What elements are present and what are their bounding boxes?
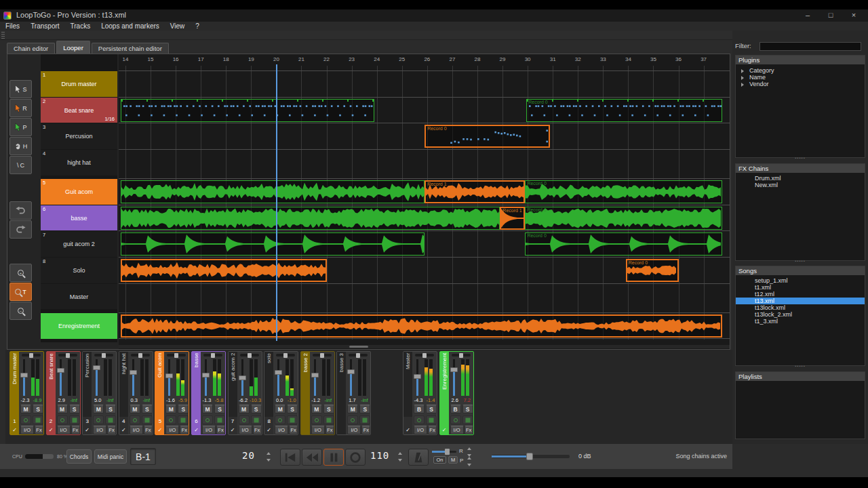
plugin-group-name[interactable]: Name bbox=[736, 74, 865, 81]
monitor-indicator[interactable] bbox=[251, 415, 262, 424]
monitor-indicator[interactable] bbox=[287, 415, 298, 424]
pan-handle[interactable] bbox=[459, 353, 463, 358]
solo-button[interactable]: S bbox=[178, 405, 189, 413]
track-header-guit-acom[interactable]: 5Guit acom bbox=[41, 179, 117, 205]
menu-item-[interactable]: ? bbox=[190, 22, 205, 30]
track-header-drum-master[interactable]: 1Drum master bbox=[41, 71, 117, 97]
monitor-indicator[interactable] bbox=[69, 415, 80, 424]
solo-button[interactable]: S bbox=[214, 405, 225, 413]
strip-select-tab[interactable]: 7✓ bbox=[229, 417, 237, 434]
record-arm-indicator[interactable] bbox=[93, 415, 104, 424]
menu-item-view[interactable]: View bbox=[165, 22, 191, 30]
slider-handle[interactable] bbox=[526, 453, 533, 460]
pan-handle[interactable] bbox=[138, 353, 142, 358]
solo-button[interactable]: S bbox=[462, 405, 473, 413]
pan-handle[interactable] bbox=[283, 353, 288, 358]
undo-button[interactable] bbox=[9, 201, 32, 220]
mute-button[interactable]: M bbox=[311, 405, 322, 413]
expand-arrow-icon[interactable] bbox=[741, 69, 744, 73]
expand-arrow-icon[interactable] bbox=[741, 76, 744, 80]
song-item-t13lock-xml[interactable]: t13lock.xml bbox=[736, 304, 865, 311]
strip-check[interactable]: ✓ bbox=[192, 426, 201, 434]
pause-button[interactable] bbox=[323, 449, 344, 466]
redo-button[interactable] bbox=[9, 220, 32, 239]
record-arm-indicator[interactable] bbox=[130, 415, 140, 424]
solo-button[interactable]: S bbox=[359, 405, 370, 413]
midi-panic-button[interactable]: Midi panic bbox=[94, 449, 127, 464]
fx-button[interactable]: Fx bbox=[253, 426, 262, 434]
hscrollbar-thumb[interactable] bbox=[349, 346, 368, 348]
zoom-time-button[interactable]: T bbox=[9, 283, 32, 301]
pan-handle[interactable] bbox=[248, 353, 252, 358]
clip-basse-2[interactable]: Record 0 bbox=[525, 207, 722, 230]
track-row-guit-acom[interactable]: Record 1Record 0 bbox=[119, 178, 730, 205]
fx-chain-drum-xml[interactable]: Drum.xml bbox=[736, 175, 865, 182]
record-arm-indicator[interactable] bbox=[347, 415, 358, 424]
mute-button[interactable]: M bbox=[239, 405, 250, 413]
monitor-indicator[interactable] bbox=[214, 415, 225, 424]
fader-handle[interactable] bbox=[239, 375, 246, 380]
clip-guit-acom-0[interactable] bbox=[121, 180, 425, 203]
mute-button[interactable]: M bbox=[165, 405, 176, 413]
track-row-drum-master[interactable] bbox=[119, 70, 730, 97]
record-arm-indicator[interactable] bbox=[165, 415, 176, 424]
tab-persistent-chain-editor[interactable]: Persistent chain editor bbox=[92, 43, 169, 54]
pan-handle[interactable] bbox=[422, 353, 427, 358]
maximize-button[interactable]: □ bbox=[819, 9, 842, 22]
strip-check[interactable]: ✓ bbox=[10, 426, 19, 434]
fx-button[interactable]: Fx bbox=[326, 426, 334, 434]
tool-select-button[interactable]: S bbox=[9, 80, 32, 98]
solo-button[interactable]: S bbox=[105, 405, 116, 413]
solo-button[interactable]: S bbox=[69, 405, 80, 413]
fader-handle[interactable] bbox=[57, 368, 64, 373]
fx-button[interactable]: Fx bbox=[180, 426, 189, 434]
clip-basse-0[interactable] bbox=[121, 207, 500, 230]
pan-slider[interactable] bbox=[349, 354, 368, 357]
clip-beat-snare-1[interactable]: Record 0 bbox=[526, 99, 722, 122]
strip-check[interactable]: ✓ bbox=[83, 426, 92, 434]
io-button[interactable]: I/O bbox=[414, 426, 427, 434]
record-arm-indicator[interactable] bbox=[20, 415, 31, 424]
monitor-indicator[interactable] bbox=[178, 415, 189, 424]
fx-button[interactable]: Fx bbox=[361, 426, 370, 434]
strip-select-tab[interactable]: 4✓ bbox=[119, 417, 128, 434]
record-arm-indicator[interactable] bbox=[275, 415, 285, 424]
master-volume-slider[interactable] bbox=[492, 455, 570, 458]
key-display[interactable]: B-1 bbox=[130, 448, 156, 465]
pan-handle[interactable] bbox=[66, 353, 70, 358]
track-header-basse[interactable]: 6basse bbox=[41, 205, 117, 231]
pan-slider[interactable] bbox=[452, 354, 471, 357]
menu-item-files[interactable]: Files bbox=[0, 22, 25, 30]
clip-solo-0[interactable] bbox=[121, 259, 327, 282]
tool-cut-button[interactable]: \C bbox=[9, 156, 32, 174]
mute-button[interactable]: M bbox=[130, 405, 140, 413]
fx-button[interactable]: Fx bbox=[216, 426, 225, 434]
timeline-hscrollbar[interactable] bbox=[119, 345, 730, 348]
io-button[interactable]: I/O bbox=[165, 426, 179, 434]
solo-button[interactable]: S bbox=[323, 405, 334, 413]
strip-select-tab[interactable]: ✓ bbox=[440, 417, 449, 434]
io-button[interactable]: I/O bbox=[239, 426, 252, 434]
solo-button[interactable]: S bbox=[33, 405, 43, 413]
record-arm-indicator[interactable] bbox=[450, 415, 461, 424]
tab-looper[interactable]: Looper bbox=[56, 41, 90, 54]
fader-handle[interactable] bbox=[20, 373, 28, 378]
tempo-spinner[interactable] bbox=[397, 451, 403, 462]
record-arm-indicator[interactable] bbox=[202, 415, 213, 424]
p-spinner[interactable] bbox=[467, 456, 472, 467]
io-button[interactable]: I/O bbox=[450, 426, 464, 434]
solo-button[interactable]: S bbox=[142, 405, 153, 413]
track-row-basse[interactable]: Record 1Record 0 bbox=[119, 205, 730, 231]
menu-item-transport[interactable]: Transport bbox=[25, 22, 64, 30]
track-header-beat-snare[interactable]: 2Beat snare1/16 bbox=[41, 98, 117, 123]
song-item-t13-xml[interactable]: t13.xml bbox=[736, 298, 865, 304]
solo-button[interactable]: S bbox=[287, 405, 298, 413]
pan-slider[interactable] bbox=[240, 354, 259, 357]
track-header-solo[interactable]: 8Solo bbox=[41, 258, 117, 283]
fx-button[interactable]: Fx bbox=[35, 426, 43, 434]
bypass-button[interactable]: B bbox=[450, 405, 461, 413]
strip-select-tab[interactable]: 5✓ bbox=[155, 417, 164, 434]
toolbar-grip[interactable] bbox=[1, 32, 5, 39]
tool-record-button[interactable]: R bbox=[9, 99, 32, 117]
playhead[interactable] bbox=[276, 64, 277, 341]
